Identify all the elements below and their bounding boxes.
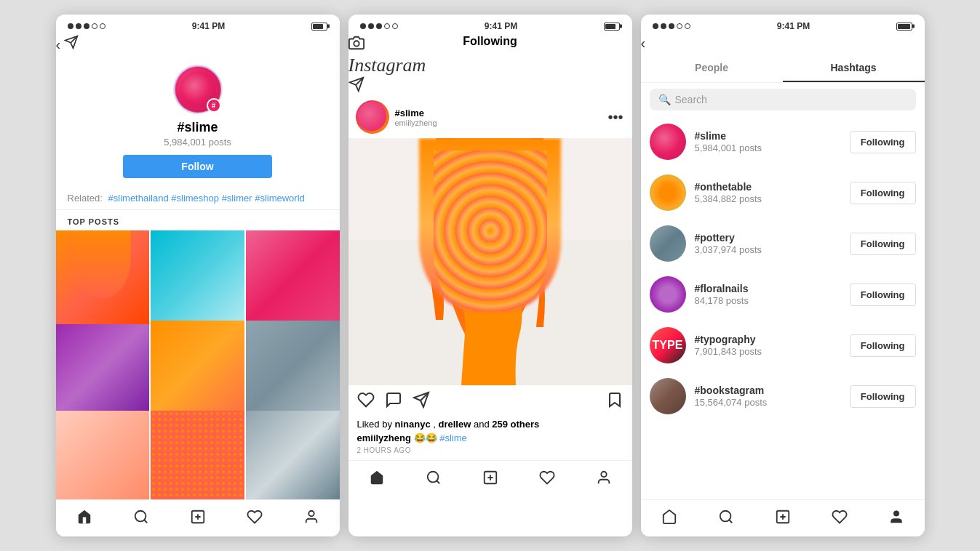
- like-button-2[interactable]: [357, 391, 375, 413]
- home-button-3[interactable]: [655, 506, 684, 528]
- following-button-onthetable[interactable]: Following: [850, 182, 916, 204]
- related-tag-3[interactable]: #slimer: [222, 193, 255, 204]
- instagram-logo-2: Instagram: [348, 55, 426, 76]
- svg-point-23: [469, 236, 483, 251]
- search-button-3[interactable]: [712, 506, 741, 528]
- dot3-4: [677, 23, 682, 29]
- likes-others-2: 259 others: [492, 419, 539, 430]
- home-button-2[interactable]: [362, 467, 391, 488]
- battery-fill-1: [313, 24, 323, 29]
- filter-icon-1[interactable]: [64, 38, 79, 52]
- follow-button-1[interactable]: Follow: [123, 155, 271, 178]
- bookmark-button-2[interactable]: [606, 391, 624, 413]
- status-time-2: 9:41 PM: [485, 21, 517, 31]
- post-hashtag-username: #slime: [395, 108, 424, 118]
- back-button-1[interactable]: ‹: [56, 36, 61, 52]
- hashtag-name-pottery: #pottery: [695, 232, 841, 244]
- dot2-3: [376, 23, 382, 29]
- post-username-2: #slime: [395, 108, 437, 118]
- liker-1-2[interactable]: ninanyc: [395, 419, 431, 430]
- share-button-2[interactable]: [413, 391, 430, 413]
- grid-item-8[interactable]: [151, 411, 244, 499]
- thumb-bookstagram[interactable]: [650, 378, 686, 414]
- add-button-3[interactable]: [768, 506, 797, 528]
- tab-people-label-3: People: [695, 62, 728, 73]
- heart-button-3[interactable]: [825, 506, 854, 528]
- caption-hashtag-2[interactable]: #slime: [439, 433, 467, 443]
- grid-item-5[interactable]: [151, 321, 244, 414]
- thumb-floralnails[interactable]: [650, 276, 686, 313]
- home-button-1[interactable]: [70, 506, 99, 528]
- search-icon-3-nav: [718, 509, 734, 525]
- thumb-typography[interactable]: TYPE: [650, 327, 686, 363]
- profile-button-2[interactable]: [589, 467, 618, 488]
- status-time-3: 9:41 PM: [777, 21, 810, 31]
- svg-point-19: [461, 210, 477, 226]
- following-button-pottery[interactable]: Following: [850, 233, 916, 255]
- grid-item-2[interactable]: [151, 230, 244, 324]
- back-button-3[interactable]: ‹: [641, 35, 646, 51]
- profile-button-3[interactable]: [882, 506, 911, 528]
- search-button-1[interactable]: [127, 506, 156, 528]
- profile-posts-1: 5,984,001 posts: [164, 137, 231, 148]
- hashtag-info-bookstagram: #bookstagram 15,564,074 posts: [695, 385, 841, 408]
- grid-item-1[interactable]: [56, 230, 150, 324]
- post-avatar-2[interactable]: [357, 102, 386, 131]
- send-button-2[interactable]: [348, 76, 632, 96]
- related-tag-2[interactable]: #slimeshop: [171, 193, 221, 204]
- following-button-bookstagram[interactable]: Following: [850, 385, 916, 408]
- heart-icon-3: [832, 509, 848, 525]
- svg-point-18: [512, 193, 527, 207]
- hashtag-posts-onthetable: 5,384,882 posts: [695, 193, 841, 204]
- post-actions-2: [348, 385, 632, 419]
- add-button-1[interactable]: [183, 506, 212, 528]
- svg-point-16: [487, 168, 501, 181]
- list-item-pottery: #pottery 3,037,974 posts Following: [641, 218, 925, 269]
- hashtag-posts-floralnails: 84,178 posts: [695, 295, 841, 306]
- tab-hashtags-3[interactable]: Hashtags: [783, 52, 925, 82]
- share-icon-2: [413, 391, 430, 409]
- hashtag-info-pottery: #pottery 3,037,974 posts: [695, 232, 841, 255]
- status-bar-3: 9:41 PM: [641, 15, 925, 35]
- thumb-slime[interactable]: [650, 124, 686, 160]
- profile-section-1: # #slime 5,984,001 posts Follow: [56, 53, 340, 187]
- add-button-2[interactable]: [476, 467, 505, 488]
- svg-point-2: [135, 511, 146, 522]
- following-button-floralnails[interactable]: Following: [850, 283, 916, 306]
- hashtag-name-onthetable: #onthetable: [695, 181, 841, 193]
- grid-item-9[interactable]: [246, 411, 340, 499]
- thumb-pottery[interactable]: [650, 225, 686, 262]
- post-image-slime-2: [348, 138, 632, 385]
- liker-2-2[interactable]: drellew: [439, 419, 471, 430]
- following-button-slime[interactable]: Following: [850, 131, 916, 153]
- screen-1-hashtag-profile: 9:41 PM ‹: [56, 15, 340, 536]
- heart-button-1[interactable]: [240, 506, 269, 528]
- thumb-onthetable[interactable]: [650, 174, 686, 211]
- svg-point-17: [501, 177, 517, 193]
- search-button-2[interactable]: [419, 467, 448, 488]
- post-image-2: [348, 138, 632, 385]
- grid-item-4[interactable]: [56, 321, 150, 414]
- related-tag-1[interactable]: #slimethailand: [108, 193, 172, 204]
- hashtag-info-typography: #typography 7,901,843 posts: [695, 334, 841, 357]
- grid-item-3[interactable]: [246, 230, 340, 324]
- following-header-3: ‹ Following: [641, 35, 925, 52]
- tab-people-3[interactable]: People: [641, 52, 783, 82]
- heart-button-2[interactable]: [533, 467, 562, 488]
- grid-item-6[interactable]: [246, 321, 340, 414]
- battery-3: [896, 23, 912, 31]
- list-item-floralnails: #floralnails 84,178 posts Following: [641, 269, 925, 320]
- following-button-typography[interactable]: Following: [850, 334, 916, 357]
- svg-point-28: [506, 260, 518, 271]
- svg-point-27: [490, 251, 505, 265]
- screen-3-following: 9:41 PM ‹ Following People Hashtags 🔍 Se: [641, 15, 925, 536]
- post-more-button-2[interactable]: •••: [607, 109, 623, 126]
- related-tag-4[interactable]: #slimeworld: [255, 193, 305, 204]
- profile-button-1[interactable]: [297, 506, 326, 528]
- comment-button-2[interactable]: [385, 391, 402, 413]
- home-icon-1: [76, 509, 92, 525]
- grid-item-7[interactable]: [56, 411, 150, 499]
- status-bar-2: 9:41 PM: [348, 15, 632, 35]
- search-bar-3[interactable]: 🔍 Search: [650, 89, 916, 110]
- caption-user-2[interactable]: emiilyzheng: [357, 433, 411, 443]
